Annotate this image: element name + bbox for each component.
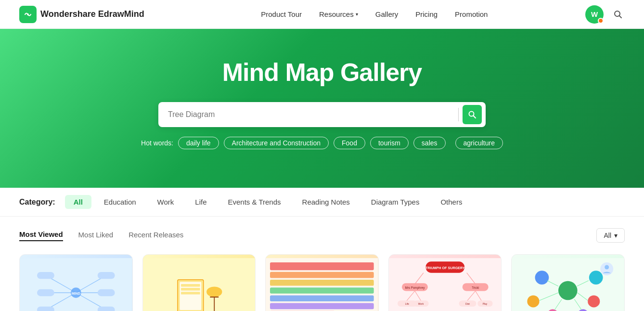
resources-chevron-icon: ▾ xyxy=(356,12,358,17)
card-item[interactable]: Education is the most powerful weapon xyxy=(142,254,256,311)
svg-rect-28 xyxy=(181,288,200,290)
svg-line-3 xyxy=(619,15,622,18)
hot-words-row: Hot words: daily life Architecture and C… xyxy=(141,137,503,149)
category-education[interactable]: Education xyxy=(95,195,145,209)
search-bar xyxy=(158,102,486,127)
search-divider xyxy=(458,108,459,121)
search-icon-button[interactable] xyxy=(611,8,625,21)
svg-text:Life: Life xyxy=(405,303,409,305)
svg-rect-38 xyxy=(270,303,374,310)
card-thumbnail: องค์ประกอบของการสื่อสาร xyxy=(266,255,378,311)
svg-point-63 xyxy=(558,281,578,300)
category-reading-notes[interactable]: Reading Notes xyxy=(294,195,359,209)
svg-rect-19 xyxy=(98,307,115,311)
hot-tag-daily-life[interactable]: daily life xyxy=(178,137,219,149)
svg-point-25 xyxy=(206,286,222,297)
hot-tag-sales[interactable]: sales xyxy=(413,137,446,149)
svg-rect-37 xyxy=(270,295,374,301)
card-thumbnail xyxy=(512,255,624,311)
card-thumbnail: Education is the most powerful weapon xyxy=(143,255,256,311)
hot-tag-architecture[interactable]: Architecture and Construction xyxy=(224,137,329,149)
nav-promotion[interactable]: Promotion xyxy=(455,10,488,18)
svg-text:Play: Play xyxy=(482,303,487,305)
svg-rect-27 xyxy=(181,284,200,286)
content-area: Most Viewed Most Liked Recent Releases A… xyxy=(0,217,644,311)
nav-pricing[interactable]: Pricing xyxy=(415,10,438,18)
category-diagram-types[interactable]: Diagram Types xyxy=(362,195,428,209)
svg-text:Work: Work xyxy=(418,303,424,305)
svg-rect-36 xyxy=(270,287,374,294)
category-others[interactable]: Others xyxy=(432,195,471,209)
svg-point-68 xyxy=(588,295,600,307)
card-item[interactable]: องค์ประกอบของการสื่อสาร xyxy=(265,254,379,311)
logo-icon xyxy=(19,6,37,23)
svg-point-69 xyxy=(589,271,603,285)
svg-rect-14 xyxy=(37,272,54,279)
card-thumbnail: TRIUMPH OF SURGERY Mrs Pomphrey Tricki L… xyxy=(389,255,502,311)
tab-most-liked[interactable]: Most Liked xyxy=(78,231,114,241)
card-item[interactable] xyxy=(511,254,625,311)
card-item[interactable]: MIND xyxy=(19,254,133,311)
tabs-row: Most Viewed Most Liked Recent Releases A… xyxy=(19,228,625,243)
hot-words-label: Hot words: xyxy=(141,139,173,147)
hero-section: Mind Map Gallery Hot words: daily life A… xyxy=(0,29,644,188)
svg-text:MIND: MIND xyxy=(72,292,80,296)
hot-tag-food[interactable]: Food xyxy=(334,137,365,149)
category-work[interactable]: Work xyxy=(149,195,183,209)
card-thumbnail: MIND xyxy=(20,255,132,311)
category-life[interactable]: Life xyxy=(186,195,215,209)
filter-dropdown-chevron-icon: ▾ xyxy=(614,232,618,239)
svg-point-1 xyxy=(27,13,29,15)
navbar: Wondershare EdrawMind Product Tour Resou… xyxy=(0,0,644,29)
svg-point-77 xyxy=(605,265,609,269)
nav-gallery[interactable]: Gallery xyxy=(375,10,399,18)
tabs-left: Most Viewed Most Liked Recent Releases xyxy=(19,230,183,241)
nav-resources[interactable]: Resources ▾ xyxy=(319,10,358,18)
user-avatar[interactable]: W xyxy=(585,5,604,24)
category-label: Category: xyxy=(19,198,55,207)
svg-rect-35 xyxy=(270,280,374,286)
card-item[interactable]: TRIUMPH OF SURGERY Mrs Pomphrey Tricki L… xyxy=(388,254,502,311)
svg-point-65 xyxy=(528,295,540,307)
brand-logo[interactable]: Wondershare EdrawMind xyxy=(19,6,144,23)
svg-rect-33 xyxy=(270,262,374,270)
svg-line-5 xyxy=(473,116,476,118)
category-bar: Category: All Education Work Life Events… xyxy=(0,188,644,217)
brand-name: Wondershare EdrawMind xyxy=(40,9,144,19)
search-input[interactable] xyxy=(168,110,454,119)
svg-rect-18 xyxy=(98,289,115,296)
tab-most-viewed[interactable]: Most Viewed xyxy=(19,230,63,241)
hot-tag-agriculture[interactable]: agriculture xyxy=(455,137,503,149)
svg-point-64 xyxy=(535,271,549,285)
svg-text:TRIUMPH OF SURGERY: TRIUMPH OF SURGERY xyxy=(425,266,465,270)
svg-text:Mrs Pomphrey: Mrs Pomphrey xyxy=(405,286,425,290)
svg-text:Diet: Diet xyxy=(465,303,470,305)
svg-rect-29 xyxy=(181,292,200,294)
svg-rect-16 xyxy=(37,307,54,311)
svg-rect-6 xyxy=(20,258,132,311)
nav-product-tour[interactable]: Product Tour xyxy=(261,10,302,18)
hot-tag-tourism[interactable]: tourism xyxy=(370,137,409,149)
category-events-trends[interactable]: Events & Trends xyxy=(219,195,290,209)
cards-grid: MIND Education is the most powerful weap… xyxy=(19,254,625,311)
nav-links: Product Tour Resources ▾ Gallery Pricing… xyxy=(164,10,585,18)
avatar-badge xyxy=(598,18,604,24)
svg-rect-34 xyxy=(270,272,374,278)
filter-dropdown-label: All xyxy=(604,232,611,239)
filter-dropdown[interactable]: All ▾ xyxy=(596,228,625,243)
category-all[interactable]: All xyxy=(65,195,91,209)
svg-text:Tricki: Tricki xyxy=(472,286,479,289)
hero-title: Mind Map Gallery xyxy=(222,58,422,87)
tab-recent-releases[interactable]: Recent Releases xyxy=(129,231,183,241)
svg-rect-17 xyxy=(98,272,115,279)
svg-rect-15 xyxy=(37,289,54,296)
search-button[interactable] xyxy=(463,105,482,124)
navbar-right: W xyxy=(585,5,625,24)
